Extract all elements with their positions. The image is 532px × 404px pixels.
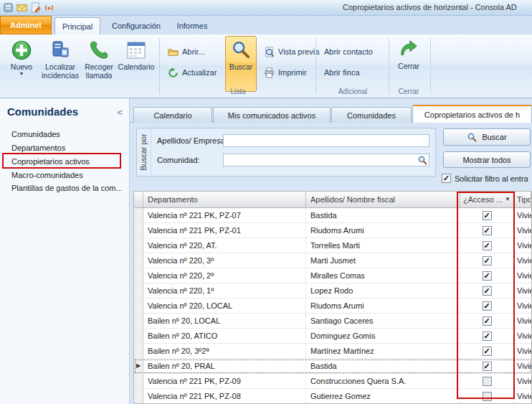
cell-acceso [460, 374, 514, 388]
localizar-incidencias-button[interactable]: Localizar incidencias [42, 37, 79, 93]
table-row[interactable]: Bailen nº 20, 3º2ª Martínez Martínez ✓ V… [134, 344, 531, 359]
cell-departamento: Valencia nº 220, 3º [143, 253, 306, 268]
row-selector[interactable] [134, 314, 143, 328]
filter-dropdown-icon[interactable]: ▼ [505, 192, 510, 207]
cell-nombre: Riudoms Arumi [306, 223, 460, 238]
acceso-checkbox[interactable]: ✓ [483, 241, 492, 250]
row-selector[interactable] [134, 283, 143, 298]
actualizar-button[interactable]: Actualizar [165, 65, 219, 80]
sidebar-item-plantillas[interactable]: Plantillas de gastos de la com... [11, 184, 123, 192]
abrir-finca-button[interactable]: Abrir finca [321, 65, 363, 80]
adminet-app-button[interactable]: Adminet [0, 16, 52, 34]
sidebar-item-comunidades[interactable]: Comunidades [11, 130, 60, 138]
row-selector[interactable]: ▶ [134, 359, 143, 373]
acceso-checkbox[interactable]: ✓ [483, 211, 492, 220]
group-label-adicional: Adicional [317, 88, 389, 95]
header-departamento[interactable]: Departamento [143, 192, 306, 207]
ribbon-tab-strip: Adminet Principal Configuración Informes [0, 16, 532, 34]
sidebar-item-copropietarios-activos[interactable]: Copropietarios activos [11, 157, 90, 166]
recoger-llamada-button[interactable]: Recoger llamada [80, 37, 118, 93]
calendario-button[interactable]: Calendario [118, 37, 155, 93]
ribbon-body: Nuevo ▼ Localizar incidencias Recoger ll… [0, 34, 532, 98]
row-selector[interactable] [134, 268, 143, 283]
table-row[interactable]: Valencia nº 221 PK, PZ-08 Gutierrez Gome… [134, 389, 531, 404]
buscar-ribbon-button[interactable]: Buscar [225, 36, 257, 92]
row-selector[interactable] [134, 223, 143, 238]
vista-previa-button[interactable]: Vista previa [261, 44, 322, 60]
table-row[interactable]: Valencia nº 220, 1º Lopez Rodo ✓ Vivie [134, 283, 531, 299]
sidebar-item-departamentos[interactable]: Departamentos [11, 144, 65, 152]
preview-icon [264, 47, 275, 57]
cerrar-button[interactable]: Cerrar [391, 36, 426, 83]
acceso-checkbox[interactable] [483, 392, 492, 401]
table-row[interactable]: Valencia nº 220, LOCAL Riudoms Arumi ✓ V… [134, 299, 531, 314]
cell-nombre: Bastida [306, 208, 460, 222]
comunidad-lookup-icon[interactable] [417, 155, 428, 166]
row-selector[interactable] [134, 389, 143, 403]
table-row[interactable]: Valencia nº 221 PK, PZ-07 Bastida ✓ Vivi… [134, 208, 531, 223]
acceso-checkbox[interactable]: ✓ [483, 286, 492, 296]
tab-comunidades[interactable]: Comunidades [331, 107, 412, 123]
acceso-checkbox[interactable]: ✓ [483, 271, 492, 281]
table-row[interactable]: Valencia nº 221 PK, PZ-09 Construcciones… [134, 374, 531, 389]
cell-acceso: ✓ [460, 253, 514, 268]
abrir-button[interactable]: Abrir... [165, 44, 208, 60]
acceso-checkbox[interactable]: ✓ [483, 362, 492, 371]
acceso-checkbox[interactable]: ✓ [483, 226, 492, 235]
row-selector[interactable] [134, 253, 143, 268]
abrir-contacto-button[interactable]: Abrir contacto [321, 44, 376, 60]
tab-calendario[interactable]: Calendario [133, 107, 212, 123]
nuevo-button[interactable]: Nuevo ▼ [3, 37, 40, 93]
cell-tipo: Vivie [514, 314, 531, 328]
row-selector[interactable] [134, 329, 143, 343]
printer-icon [264, 67, 275, 78]
header-nombre[interactable]: Apellidos/ Nombre fiscal [306, 192, 460, 207]
sidebar-item-macro-comunidades[interactable]: Macro-comunidades [11, 171, 83, 179]
close-arrow-icon [398, 39, 419, 60]
row-selector[interactable] [134, 208, 143, 222]
table-row[interactable]: Valencia nº 220, 2º Miralles Comas ✓ Viv… [134, 268, 531, 283]
row-selector[interactable] [134, 238, 143, 253]
ribbon-tab-informes[interactable]: Informes [171, 17, 214, 34]
table-row[interactable]: Valencia nº 220, AT. Torrelles Marti ✓ V… [134, 238, 531, 253]
acceso-checkbox[interactable]: ✓ [483, 332, 492, 341]
calendar-icon [125, 39, 147, 61]
table-row[interactable]: Valencia nº 220, 3º Marti Jusmet ✓ Vivie [134, 253, 531, 268]
nuevo-dropdown-icon[interactable]: ▼ [19, 71, 24, 76]
acceso-checkbox[interactable]: ✓ [483, 256, 492, 266]
row-selector[interactable] [134, 299, 143, 313]
cell-tipo: Vivie [514, 359, 531, 373]
cell-nombre: Riudoms Arumi [306, 299, 460, 313]
cell-departamento: Valencia nº 221 PK, PZ-01 [143, 223, 306, 238]
notes-icon[interactable] [30, 2, 41, 13]
table-row[interactable]: Bailen nº 20, ATICO Dominguez Gomis ✓ Vi… [134, 329, 531, 344]
buscar-button[interactable]: Buscar [443, 128, 531, 146]
cell-acceso: ✓ [460, 238, 514, 253]
ribbon-tab-configuracion[interactable]: Configuración [105, 17, 168, 34]
acceso-checkbox[interactable]: ✓ [483, 301, 492, 311]
mail-icon[interactable] [16, 2, 27, 13]
table-row[interactable]: Valencia nº 221 PK, PZ-01 Riudoms Arumi … [134, 223, 531, 238]
imprimir-button[interactable]: Imprimir [261, 65, 310, 80]
acceso-checkbox[interactable]: ✓ [483, 316, 492, 326]
acceso-checkbox[interactable]: ✓ [483, 347, 492, 356]
mostrar-todos-button[interactable]: Mostrar todos [443, 151, 531, 168]
acceso-checkbox[interactable] [483, 377, 492, 386]
tab-copropietarios-activos[interactable]: Copropietarios activos de h [412, 105, 532, 123]
table-row[interactable]: ▶ Bailen nº 20, PRAL Bastida ✓ Vivie [134, 359, 531, 374]
ribbon-tab-principal[interactable]: Principal [54, 17, 100, 34]
table-row[interactable]: Bailen nº 20, LOCAL Santiago Caceres ✓ V… [134, 314, 531, 329]
row-selector[interactable] [134, 374, 143, 388]
sidebar-collapse-icon[interactable]: < [117, 107, 123, 118]
filtro-checkbox[interactable]: ✓ [442, 174, 451, 183]
cell-tipo: Vivie [514, 208, 531, 222]
row-selector[interactable] [134, 344, 143, 358]
header-acceso[interactable]: ¿Acceso ... ▼ [460, 192, 514, 207]
header-tipo[interactable]: Tipo [514, 192, 531, 207]
signal-icon[interactable] [44, 2, 54, 13]
apellidos-input[interactable] [223, 134, 429, 147]
table-body: Valencia nº 221 PK, PZ-07 Bastida ✓ Vivi… [134, 208, 531, 404]
tab-mis-comunicados[interactable]: Mis comunicados activos [213, 107, 331, 123]
comunidad-input[interactable] [223, 154, 429, 166]
app-icon[interactable] [3, 2, 14, 13]
